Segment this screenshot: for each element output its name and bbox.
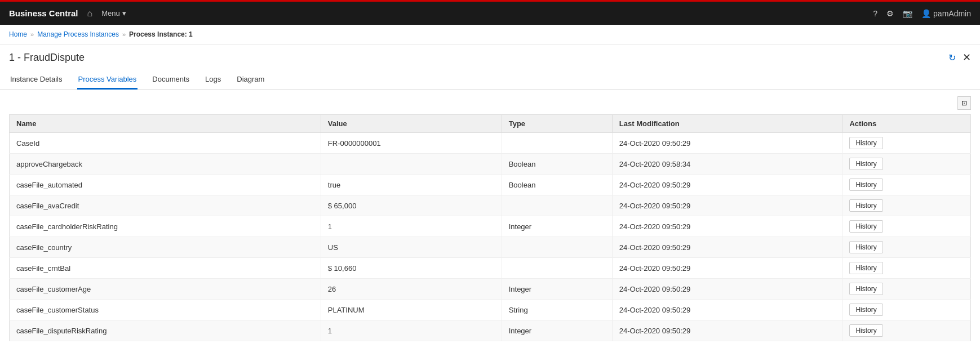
gear-icon[interactable]: ⚙ [886, 9, 894, 18]
cell-type [502, 195, 612, 216]
cell-last-modification: 24-Oct-2020 09:58:34 [612, 154, 842, 175]
cell-last-modification: 24-Oct-2020 09:50:29 [612, 133, 842, 154]
col-header-type: Type [502, 115, 612, 133]
cell-last-modification: 24-Oct-2020 09:50:29 [612, 216, 842, 237]
table-row: caseFile_countryUS24-Oct-2020 09:50:29Hi… [10, 237, 971, 258]
table-row: approveChargebackBoolean24-Oct-2020 09:5… [10, 154, 971, 175]
tab-diagram[interactable]: Diagram [236, 70, 265, 90]
cell-name: caseFile_avaCredit [10, 195, 321, 216]
cell-last-modification: 24-Oct-2020 09:50:29 [612, 195, 842, 216]
breadcrumb-current: Process Instance: 1 [129, 30, 193, 38]
top-navigation: Business Central ⌂ Menu ▾ ? ⚙ 📷 👤 pamAdm… [0, 0, 980, 25]
user-menu[interactable]: 👤 pamAdmin [921, 9, 971, 18]
table-header-row: Name Value Type Last Modification Action… [10, 115, 971, 133]
cell-name: caseFile_crntBal [10, 258, 321, 279]
cell-actions: History [842, 279, 971, 300]
menu-chevron-icon: ▾ [122, 9, 126, 17]
breadcrumb-separator-1: » [30, 31, 34, 38]
tab-documents[interactable]: Documents [151, 70, 190, 90]
col-header-value: Value [321, 115, 502, 133]
tab-bar: Instance Details Process Variables Docum… [0, 64, 980, 90]
user-icon: 👤 [921, 9, 931, 18]
cell-type [502, 133, 612, 154]
tab-process-variables[interactable]: Process Variables [77, 70, 138, 90]
refresh-button[interactable]: ↻ [948, 52, 956, 63]
cell-actions: History [842, 216, 971, 237]
cell-value: FR-0000000001 [321, 133, 502, 154]
col-header-last-modification: Last Modification [612, 115, 842, 133]
history-button[interactable]: History [849, 179, 883, 191]
cell-name: caseFile_country [10, 237, 321, 258]
cell-type [502, 258, 612, 279]
cell-name: caseFile_customerAge [10, 279, 321, 300]
table-row: caseFile_customerAge26Integer24-Oct-2020… [10, 279, 971, 300]
help-icon[interactable]: ? [873, 9, 877, 18]
app-title: Business Central [9, 8, 78, 18]
table-area: ⊡ Name Value Type Last Modification Acti… [0, 90, 980, 348]
cell-value: 26 [321, 279, 502, 300]
tab-logs[interactable]: Logs [204, 70, 222, 90]
page-title: 1 - FraudDispute [9, 52, 85, 64]
cell-actions: History [842, 320, 971, 341]
home-icon[interactable]: ⌂ [87, 8, 93, 19]
columns-toggle-button[interactable]: ⊡ [957, 96, 971, 110]
history-button[interactable]: History [849, 262, 883, 274]
table-row: caseFile_customerStatusPLATINUMString24-… [10, 300, 971, 320]
history-button[interactable]: History [849, 304, 883, 316]
table-row: CaseIdFR-000000000124-Oct-2020 09:50:29H… [10, 133, 971, 154]
header-actions: ↻ ✕ [948, 51, 971, 64]
cell-name: caseFile_cardholderRiskRating [10, 216, 321, 237]
cell-name: caseFile_automated [10, 175, 321, 195]
breadcrumb: Home » Manage Process Instances » Proces… [0, 25, 980, 44]
history-button[interactable]: History [849, 283, 883, 295]
cell-actions: History [842, 300, 971, 320]
cell-name: caseFile_disputeRiskRating [10, 320, 321, 341]
page-header: 1 - FraudDispute ↻ ✕ [0, 44, 980, 64]
table-row: caseFile_automatedtrueBoolean24-Oct-2020… [10, 175, 971, 195]
cell-actions: History [842, 175, 971, 195]
history-button[interactable]: History [849, 220, 883, 233]
history-button[interactable]: History [849, 158, 883, 170]
cell-value: $ 10,660 [321, 258, 502, 279]
history-button[interactable]: History [849, 137, 883, 149]
user-name: pamAdmin [933, 9, 971, 18]
cell-value: true [321, 175, 502, 195]
nav-left: Business Central ⌂ Menu ▾ [9, 8, 873, 19]
cell-value: 1 [321, 320, 502, 341]
cell-value: 1 [321, 216, 502, 237]
breadcrumb-home[interactable]: Home [9, 30, 27, 38]
history-button[interactable]: History [849, 199, 883, 212]
cell-actions: History [842, 154, 971, 175]
cell-actions: History [842, 237, 971, 258]
table-body: CaseIdFR-000000000124-Oct-2020 09:50:29H… [10, 133, 971, 341]
history-button[interactable]: History [849, 241, 883, 253]
cell-type: Boolean [502, 154, 612, 175]
close-button[interactable]: ✕ [963, 51, 971, 64]
table-row: caseFile_crntBal$ 10,66024-Oct-2020 09:5… [10, 258, 971, 279]
menu-label: Menu [101, 9, 120, 17]
table-toolbar: ⊡ [9, 96, 971, 110]
cell-type: Integer [502, 279, 612, 300]
process-variables-table: Name Value Type Last Modification Action… [9, 114, 971, 341]
col-header-actions: Actions [842, 115, 971, 133]
cell-type: Integer [502, 320, 612, 341]
cell-name: CaseId [10, 133, 321, 154]
table-row: caseFile_disputeRiskRating1Integer24-Oct… [10, 320, 971, 341]
cell-actions: History [842, 133, 971, 154]
table-row: caseFile_cardholderRiskRating1Integer24-… [10, 216, 971, 237]
cell-type: Integer [502, 216, 612, 237]
cell-value: $ 65,000 [321, 195, 502, 216]
tab-instance-details[interactable]: Instance Details [9, 70, 64, 90]
menu-button[interactable]: Menu ▾ [101, 9, 126, 17]
cell-last-modification: 24-Oct-2020 09:50:29 [612, 300, 842, 320]
cell-name: approveChargeback [10, 154, 321, 175]
cell-actions: History [842, 258, 971, 279]
cell-last-modification: 24-Oct-2020 09:50:29 [612, 258, 842, 279]
cell-last-modification: 24-Oct-2020 09:50:29 [612, 237, 842, 258]
camera-icon[interactable]: 📷 [903, 9, 912, 18]
breadcrumb-separator-2: » [122, 31, 126, 38]
nav-right: ? ⚙ 📷 👤 pamAdmin [873, 9, 971, 18]
cell-type: Boolean [502, 175, 612, 195]
history-button[interactable]: History [849, 324, 883, 337]
breadcrumb-manage-instances[interactable]: Manage Process Instances [37, 30, 119, 38]
